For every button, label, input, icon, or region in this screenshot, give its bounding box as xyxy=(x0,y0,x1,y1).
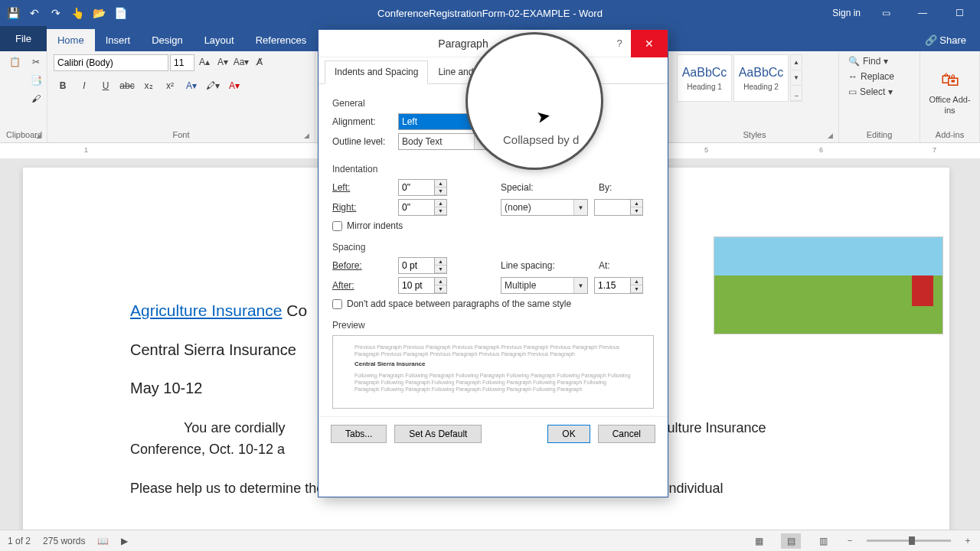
indent-left-label: Left: xyxy=(332,182,392,193)
before-spinner[interactable]: ▲▼ xyxy=(398,257,447,274)
macro-icon[interactable]: ▶ xyxy=(121,536,128,546)
tab-share[interactable]: 🔗 Share xyxy=(917,29,974,51)
doc-title-rest: Co xyxy=(282,302,307,319)
indent-left-spinner[interactable]: ▲▼ xyxy=(398,179,447,196)
dont-add-space-checkbox[interactable]: Don't add space between paragraphs of th… xyxy=(332,298,654,309)
clear-format-icon[interactable]: A̸ xyxy=(251,54,268,70)
strikethrough-button[interactable]: abc xyxy=(118,79,136,93)
highlight-icon[interactable]: 🖍▾ xyxy=(204,79,222,93)
print-layout-icon[interactable]: ▤ xyxy=(781,533,801,549)
zoom-in-icon[interactable]: ＋ xyxy=(963,534,972,547)
underline-button[interactable]: U xyxy=(96,79,115,93)
tab-indents-spacing[interactable]: Indents and Spacing xyxy=(325,60,428,84)
status-bar: 1 of 2 275 words 📖 ▶ ▦ ▤ ▥ － ＋ xyxy=(0,530,980,551)
ok-button[interactable]: OK xyxy=(547,425,590,443)
font-name-combo[interactable] xyxy=(54,54,168,71)
tab-file[interactable]: File xyxy=(0,26,47,51)
save-icon[interactable]: 💾 xyxy=(6,6,20,20)
tab-design[interactable]: Design xyxy=(141,29,193,51)
styles-launcher-icon[interactable]: ◢ xyxy=(828,132,837,141)
editing-group-label: Editing xyxy=(845,130,913,141)
zoom-slider[interactable] xyxy=(867,540,951,542)
font-launcher-icon[interactable]: ◢ xyxy=(304,132,313,141)
style-up-icon[interactable]: ▲ xyxy=(791,55,802,70)
at-spinner[interactable]: ▲▼ xyxy=(594,277,643,294)
format-painter-icon[interactable]: 🖌 xyxy=(28,91,44,106)
style-gallery-scroll[interactable]: ▲ ▼ ⎯ xyxy=(790,54,802,102)
by-label: By: xyxy=(599,182,622,193)
set-default-button[interactable]: Set As Default xyxy=(394,425,482,443)
dialog-help-icon[interactable]: ? xyxy=(608,37,631,49)
after-spinner[interactable]: ▲▼ xyxy=(398,277,447,294)
mirror-indents-checkbox[interactable]: Mirror indents xyxy=(332,220,654,231)
indent-right-spinner[interactable]: ▲▼ xyxy=(398,199,447,216)
style-more-icon[interactable]: ⎯ xyxy=(791,86,802,101)
italic-button[interactable]: I xyxy=(75,79,93,93)
sign-in-link[interactable]: Sign in xyxy=(832,8,861,18)
find-icon: 🔍 xyxy=(848,56,860,67)
cancel-button[interactable]: Cancel xyxy=(598,425,655,443)
style-down-icon[interactable]: ▼ xyxy=(791,70,802,86)
store-icon[interactable]: 🛍 xyxy=(941,69,959,90)
word-count[interactable]: 275 words xyxy=(43,536,85,546)
copy-icon[interactable]: 📑 xyxy=(28,73,44,88)
tab-layout[interactable]: Layout xyxy=(194,29,245,51)
zoom-out-icon[interactable]: － xyxy=(845,534,854,547)
font-group-label: Font xyxy=(54,130,309,141)
cut-icon[interactable]: ✂ xyxy=(28,54,44,70)
group-font: A▴ A▾ Aa▾ A̸ B I U abc x₂ x² A▾ 🖍▾ A▾ Fo… xyxy=(47,51,315,142)
title-bar: 💾 ↶ ↷ 👆 📂 📄 ConferenceRegistrationForm-0… xyxy=(0,0,980,26)
paste-icon[interactable]: 📋 xyxy=(6,54,23,70)
change-case-icon[interactable]: Aa▾ xyxy=(233,54,250,70)
addins-button[interactable]: Office Add-ins xyxy=(926,95,973,115)
at-label: At: xyxy=(599,260,622,271)
redo-icon[interactable]: ↷ xyxy=(49,6,63,20)
font-size-combo[interactable] xyxy=(170,54,194,71)
select-button[interactable]: ▭Select ▾ xyxy=(845,85,913,99)
farm-image[interactable] xyxy=(714,236,943,334)
minimize-icon[interactable]: ― xyxy=(911,8,934,18)
style-heading1[interactable]: AaBbCc Heading 1 xyxy=(677,54,732,102)
text-effects-icon[interactable]: A▾ xyxy=(182,79,201,93)
dialog-close-icon[interactable]: ✕ xyxy=(631,30,668,57)
open-icon[interactable]: 📂 xyxy=(92,6,106,20)
section-spacing: Spacing xyxy=(332,242,654,253)
undo-icon[interactable]: ↶ xyxy=(28,6,41,20)
chevron-down-icon: ▼ xyxy=(573,278,587,293)
linespacing-combo[interactable]: Multiple▼ xyxy=(501,277,588,294)
group-styles: AaBbCc Heading 1 AaBbCc Heading 2 ▲ ▼ ⎯ … xyxy=(671,51,839,142)
tab-references[interactable]: References xyxy=(245,29,317,51)
cursor-arrow-icon: ➤ xyxy=(535,106,552,129)
clipboard-launcher-icon[interactable]: ◢ xyxy=(36,132,45,141)
special-label: Special: xyxy=(501,182,547,193)
tab-insert[interactable]: Insert xyxy=(95,29,142,51)
group-addins: 🛍 Office Add-ins Add-ins xyxy=(920,51,980,142)
special-combo[interactable]: (none)▼ xyxy=(501,199,588,216)
touch-mode-icon[interactable]: 👆 xyxy=(70,6,84,20)
font-color-icon[interactable]: A▾ xyxy=(225,79,243,93)
bold-button[interactable]: B xyxy=(54,79,72,93)
by-spinner[interactable]: ▲▼ xyxy=(594,199,643,216)
style-heading2[interactable]: AaBbCc Heading 2 xyxy=(733,54,789,102)
page-indicator[interactable]: 1 of 2 xyxy=(8,536,31,546)
read-mode-icon[interactable]: ▦ xyxy=(749,533,769,549)
ribbon-options-icon[interactable]: ▭ xyxy=(874,8,897,18)
web-layout-icon[interactable]: ▥ xyxy=(813,533,833,549)
styles-group-label: Styles xyxy=(677,130,832,141)
replace-button[interactable]: ↔Replace xyxy=(845,70,913,83)
section-indentation: Indentation xyxy=(332,164,654,174)
subscript-button[interactable]: x₂ xyxy=(139,79,158,93)
new-doc-icon[interactable]: 📄 xyxy=(113,6,127,20)
spellcheck-icon[interactable]: 📖 xyxy=(97,536,109,546)
tabs-button[interactable]: Tabs... xyxy=(331,425,387,443)
shrink-font-icon[interactable]: A▾ xyxy=(214,54,231,70)
before-label: Before: xyxy=(332,260,392,271)
grow-font-icon[interactable]: A▴ xyxy=(196,54,213,70)
alignment-label: Alignment: xyxy=(332,116,392,127)
doc-title-link[interactable]: Agriculture Insurance xyxy=(130,302,282,319)
maximize-icon[interactable]: ☐ xyxy=(948,8,971,18)
find-button[interactable]: 🔍Find ▾ xyxy=(845,54,913,68)
superscript-button[interactable]: x² xyxy=(161,79,179,93)
tab-home[interactable]: Home xyxy=(47,29,95,51)
chevron-down-icon: ▼ xyxy=(573,200,587,215)
